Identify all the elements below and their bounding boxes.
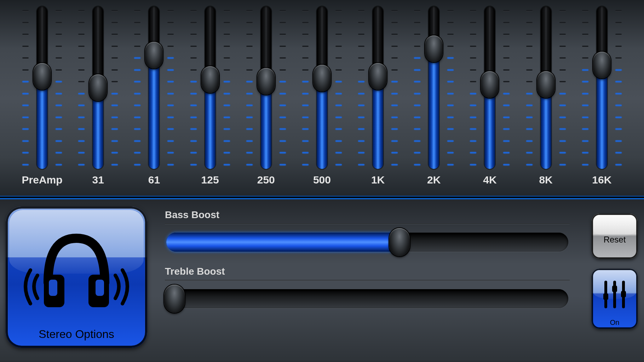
eq-label-61: 61 [148, 174, 160, 186]
bass-boost-label: Bass Boost [165, 209, 570, 221]
eq-channel-8k: 8K [521, 0, 571, 197]
eq-thumb-preamp[interactable] [33, 63, 51, 90]
treble-boost-slider[interactable] [166, 289, 568, 308]
stereo-options-label: Stereo Options [39, 328, 114, 341]
eq-thumb-500[interactable] [313, 65, 331, 92]
stereo-options-button[interactable]: Stereo Options [6, 206, 147, 348]
svg-rect-7 [603, 293, 608, 300]
eq-thumb-8k[interactable] [537, 71, 555, 98]
eq-thumb-1k[interactable] [369, 63, 387, 90]
eq-slider-61[interactable] [133, 3, 175, 173]
eq-slider-preamp[interactable] [21, 3, 63, 173]
eq-slider-250[interactable] [245, 3, 287, 173]
eq-slider-500[interactable] [301, 3, 343, 173]
eq-label-8k: 8K [539, 174, 552, 186]
bass-boost-slider[interactable] [166, 233, 568, 252]
eq-channel-16k: 16K [577, 0, 627, 197]
eq-label-2k: 2K [427, 174, 441, 186]
eq-channel-2k: 2K [409, 0, 459, 197]
on-label: On [610, 319, 620, 327]
eq-on-button[interactable]: On [592, 269, 638, 329]
eq-channel-4k: 4K [465, 0, 514, 197]
eq-channel-preamp: PreAmp [17, 0, 67, 197]
svg-rect-8 [612, 286, 617, 292]
eq-channel-125: 125 [185, 0, 235, 197]
svg-rect-2 [49, 280, 57, 296]
boost-sliders-area: Bass Boost Treble Boost [147, 199, 587, 361]
reset-label: Reset [604, 235, 626, 245]
eq-slider-31[interactable] [77, 3, 119, 173]
eq-label-16k: 16K [592, 174, 611, 186]
eq-thumb-16k[interactable] [593, 52, 611, 78]
eq-channel-1k: 1K [353, 0, 403, 197]
eq-label-1k: 1K [371, 174, 385, 186]
eq-thumb-125[interactable] [201, 66, 219, 93]
eq-label-125: 125 [201, 174, 219, 186]
eq-label-250: 250 [257, 174, 275, 186]
svg-rect-9 [621, 291, 626, 297]
eq-label-500: 500 [313, 174, 331, 186]
eq-label-31: 31 [92, 174, 104, 186]
eq-channel-500: 500 [297, 0, 347, 197]
svg-rect-3 [96, 280, 104, 296]
eq-thumb-31[interactable] [89, 74, 107, 101]
eq-slider-2k[interactable] [413, 3, 455, 173]
bottom-panel: Stereo Options Bass Boost Treble Boost R… [0, 198, 644, 361]
eq-thumb-250[interactable] [257, 68, 275, 95]
eq-label-preamp: PreAmp [22, 174, 63, 186]
eq-slider-16k[interactable] [581, 3, 623, 173]
equalizer-panel: PreAmp31611252505001K2K4K8K16K [0, 0, 644, 198]
eq-slider-125[interactable] [189, 3, 231, 173]
eq-channel-250: 250 [241, 0, 291, 197]
eq-slider-8k[interactable] [525, 3, 567, 173]
equalizer-icon [600, 279, 629, 310]
eq-thumb-4k[interactable] [481, 71, 499, 98]
treble-boost-label: Treble Boost [165, 266, 570, 277]
eq-channel-31: 31 [73, 0, 123, 197]
eq-thumb-61[interactable] [145, 42, 163, 69]
eq-channel-61: 61 [129, 0, 179, 197]
reset-button[interactable]: Reset [592, 214, 638, 259]
eq-thumb-2k[interactable] [425, 35, 443, 62]
treble-boost-thumb[interactable] [164, 285, 185, 313]
eq-slider-1k[interactable] [357, 3, 399, 173]
bass-boost-thumb[interactable] [389, 228, 410, 256]
eq-slider-4k[interactable] [468, 3, 511, 173]
headphones-icon [20, 226, 133, 314]
eq-label-4k: 4K [483, 174, 496, 186]
right-buttons-column: Reset On [587, 199, 644, 361]
